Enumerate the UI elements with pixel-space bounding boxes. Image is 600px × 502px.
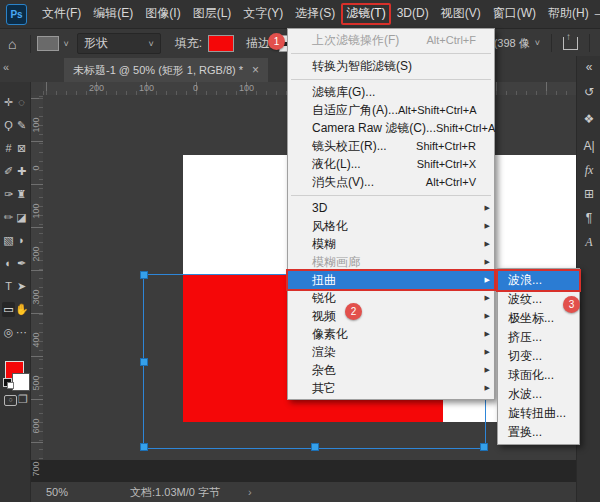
eraser-tool[interactable]: ◪ [15,210,28,225]
close-tab-icon[interactable]: × [252,63,259,77]
selection-handle[interactable] [140,443,148,451]
document-tab[interactable]: 未标题-1 @ 50% (矩形 1, RGB/8) * × [64,58,268,82]
filter-menu-item[interactable]: 锐化 ▶ [288,289,494,307]
submenu-arrow-icon: ▶ [485,312,490,320]
home-icon[interactable]: ⌂ [8,36,16,52]
glyphs-panel-icon[interactable]: ⊞ [577,187,600,201]
filter-menu-item[interactable]: 3D ▶ [288,199,494,217]
zoom-tool[interactable]: ◎ [2,325,15,340]
filter-menu-item[interactable]: Camera Raw 滤镜(C)... Shift+Ctrl+A [288,119,494,137]
move-tool[interactable]: ✛ [2,95,15,110]
menu-file[interactable]: 文件(F) [36,3,87,23]
clone-stamp-tool[interactable]: ♜ [15,187,28,202]
collapse-toolbar-icon[interactable]: « [3,61,9,73]
filter-menu-item[interactable] [288,49,494,57]
menu-window[interactable]: 窗口(W) [487,3,542,23]
selection-handle[interactable] [311,443,319,451]
type-tool[interactable]: T [2,279,15,294]
quick-selection-tool[interactable]: ✎ [15,118,28,133]
crop-tool[interactable]: # [2,141,15,156]
selection-handle[interactable] [480,443,488,451]
hand-tool[interactable]: ✋ [15,302,28,317]
background-color-swatch[interactable] [12,373,30,391]
filter-menu-item[interactable]: 杂色 ▶ [288,361,494,379]
gradient-tool[interactable]: ▧ [2,233,15,248]
more-tools[interactable]: ⋯ [15,325,28,340]
pen-tool[interactable]: ✒ [15,256,28,271]
default-colors-icon[interactable] [3,378,12,387]
menu-type[interactable]: 文字(Y) [237,3,289,23]
menu-image[interactable]: 图像(I) [139,3,186,23]
shape-mode-dropdown[interactable]: 形状 ˅ [77,33,161,54]
filter-menu-item[interactable]: 镜头校正(R)... Shift+Ctrl+R [288,137,494,155]
ruler-label: 100 [139,83,154,93]
filter-menu-item[interactable]: 风格化 ▶ [288,217,494,235]
paragraph-panel-icon[interactable]: ¶ [577,211,600,225]
zoom-level-field[interactable]: 50% [46,486,68,498]
eyedropper-tool[interactable]: ✐ [2,164,15,179]
lasso-tool[interactable]: Ϙ [2,118,15,133]
path-selection-tool[interactable]: ➤ [15,279,28,294]
submenu-item[interactable]: 球面化... [498,366,579,385]
submenu-item[interactable]: 旋转扭曲... [498,404,579,423]
filter-menu-item[interactable]: 转换为智能滤镜(S) [288,57,494,75]
menu-edit[interactable]: 编辑(E) [87,3,139,23]
styles-panel-icon[interactable]: A [577,235,600,250]
submenu-item[interactable]: 水波... [498,385,579,404]
filter-menu-item[interactable]: 像素化 ▶ [288,325,494,343]
submenu-item-label: 切变... [508,348,542,365]
filter-menu-item[interactable]: 滤镜库(G)... [288,83,494,101]
submenu-item[interactable]: 切变... [498,347,579,366]
filter-menu-item[interactable]: 模糊画廊 ▶ [288,253,494,271]
rectangle-tool[interactable]: ▭ [2,302,15,317]
filter-menu-item[interactable]: 液化(L)... Shift+Ctrl+X [288,155,494,173]
selection-handle[interactable] [140,271,148,279]
filter-menu-item[interactable]: 视频 ▶ [288,307,494,325]
marquee-tool[interactable]: ◌ [15,95,28,110]
submenu-item[interactable]: 置换... [498,423,579,442]
status-chevron-icon[interactable]: › [248,486,252,498]
submenu-arrow-icon: ▶ [485,258,490,266]
history-panel-icon[interactable]: ↺ [577,85,600,99]
layer-styles-panel-icon[interactable]: fx [577,163,600,178]
menu-layer[interactable]: 图层(L) [187,3,238,23]
menu-3d[interactable]: 3D(D) [391,3,435,23]
filter-menu-item[interactable] [288,191,494,199]
smudge-tool[interactable]: ✏ [2,210,15,225]
character-panel-icon[interactable]: A| [577,139,600,153]
tool-preset-icon[interactable] [37,36,59,51]
menu-view[interactable]: 视图(V) [435,3,487,23]
selection-handle[interactable] [140,358,148,366]
brush-tool[interactable]: ✑ [2,187,15,202]
filter-menu-item[interactable]: 模糊 ▶ [288,235,494,253]
step-badge: 3 [563,296,580,313]
submenu-arrow-icon: ▶ [485,330,490,338]
quick-mask-icon[interactable]: ○ [4,395,17,406]
menu-help[interactable]: 帮助(H) [542,3,595,23]
menu-filter[interactable]: 滤镜(T) [341,3,390,25]
minimize-button[interactable]: ─ [595,7,600,21]
filter-menu-item[interactable]: 扭曲 ▶ [288,271,494,289]
healing-brush-tool[interactable]: ✚ [15,164,28,179]
fill-color-swatch[interactable] [208,35,234,52]
submenu-item[interactable]: 挤压... [498,328,579,347]
submenu-item[interactable]: 波浪... [498,271,579,290]
dodge-tool[interactable]: ◐ [2,256,15,271]
blur-tool[interactable]: ◗ [15,233,28,248]
frame-tool[interactable]: ⊠ [15,141,28,156]
filter-menu-item[interactable]: 渲染 ▶ [288,343,494,361]
share-icon[interactable] [563,37,578,50]
filter-menu-item[interactable]: 消失点(V)... Alt+Ctrl+V [288,173,494,191]
menu-item-label: 镜头校正(R)... [312,138,387,155]
filter-menu-item[interactable]: 其它 ▶ [288,379,494,397]
screen-mode-icon[interactable]: ❐ [18,393,28,406]
swatches-panel-icon[interactable]: ❖ [577,112,600,126]
filter-menu-item[interactable]: 自适应广角(A)... Alt+Shift+Ctrl+A [288,101,494,119]
menu-select[interactable]: 选择(S) [289,3,341,23]
submenu-arrow-icon: ▶ [485,384,490,392]
filter-menu-item[interactable]: 上次滤镜操作(F) Alt+Ctrl+F [288,31,494,49]
collapse-panels-icon[interactable]: « [577,60,600,74]
chevron-down-icon[interactable]: ˅ [63,39,68,49]
filter-menu-item[interactable] [288,75,494,83]
chevron-down-icon[interactable]: ˅ [535,38,540,48]
